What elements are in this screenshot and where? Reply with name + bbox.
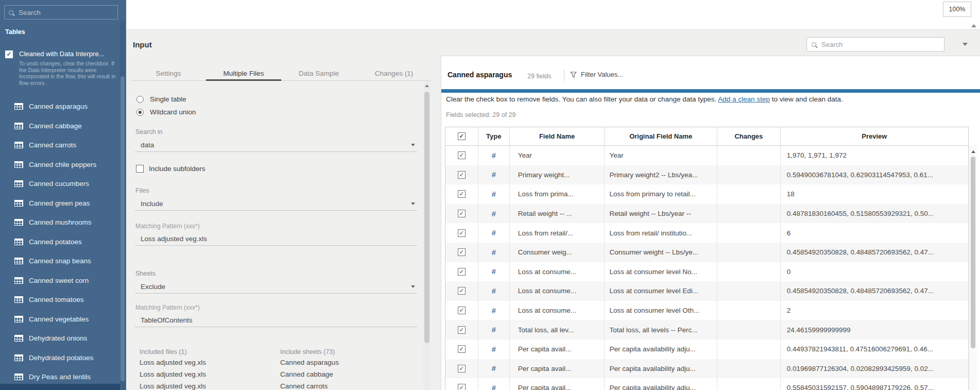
table-icon bbox=[14, 180, 23, 187]
panel-scrollbar-thumb[interactable] bbox=[424, 92, 429, 343]
row-preview-cell: 0.59490036781043, 0.62903114547953, 0.61… bbox=[781, 165, 968, 185]
field-row[interactable]: # Loss at consume... Loss at consumer le… bbox=[445, 301, 968, 320]
included-files-list: Loss adjusted veg.xlsLoss adjusted veg.x… bbox=[140, 357, 206, 390]
table-scrollbar-up-arrow-icon[interactable] bbox=[971, 150, 975, 153]
row-field-name-cell: Per capita avail... bbox=[510, 378, 605, 390]
table-list-item[interactable]: Canned mushrooms bbox=[0, 213, 120, 232]
row-preview-cell: 6 bbox=[781, 223, 968, 243]
row-checkbox[interactable] bbox=[458, 307, 466, 314]
field-row[interactable]: # Consumer weig... Consumer weight -- Lb… bbox=[445, 243, 968, 262]
search-in-dropdown[interactable]: data bbox=[135, 138, 417, 152]
table-icon bbox=[14, 277, 23, 284]
files-pattern-input[interactable]: Loss adjusted veg.xls bbox=[135, 232, 417, 246]
table-list-item[interactable]: Dehydrated onions bbox=[0, 329, 120, 348]
field-row[interactable]: # Loss from retail/... Loss from retail/… bbox=[445, 223, 968, 243]
chevron-down-icon bbox=[411, 144, 415, 146]
sheets-pattern-input[interactable]: TableOfContents bbox=[135, 313, 417, 327]
files-value: Include bbox=[141, 200, 163, 208]
funnel-icon bbox=[570, 72, 577, 78]
sidebar-search-input[interactable] bbox=[18, 8, 113, 17]
table-list-item[interactable]: Canned chile peppers bbox=[0, 155, 120, 175]
row-checkbox[interactable] bbox=[458, 326, 466, 334]
table-list-item[interactable]: Canned asparagus bbox=[0, 97, 120, 116]
collapse-pane-icon[interactable] bbox=[962, 43, 968, 46]
field-row[interactable]: # Per capita avail... Per capita availab… bbox=[445, 359, 968, 379]
sidebar-bottom-strip bbox=[0, 384, 120, 390]
row-type-cell: # bbox=[478, 243, 510, 262]
union-option[interactable]: Wildcard union bbox=[136, 106, 196, 118]
field-row[interactable]: # Per capita avail... Per capita availab… bbox=[445, 378, 968, 390]
table-list-item[interactable]: Canned sweet corn bbox=[0, 271, 120, 291]
row-checkbox[interactable] bbox=[458, 229, 466, 237]
row-preview-cell: 0.48781830160455, 0.51580553929321, 0.50… bbox=[781, 204, 968, 224]
table-list-item[interactable]: Dehydrated potatoes bbox=[0, 348, 120, 368]
field-row[interactable]: # Loss at consume... Loss at consumer le… bbox=[445, 281, 968, 301]
row-field-name-cell: Primary weight... bbox=[510, 165, 605, 185]
table-list-item[interactable]: Canned potatoes bbox=[0, 232, 120, 252]
pane-search-box[interactable] bbox=[806, 37, 944, 52]
files-dropdown[interactable]: Include bbox=[135, 197, 417, 211]
table-list-item[interactable]: Canned cucumbers bbox=[0, 174, 120, 194]
pane-search-input[interactable] bbox=[820, 40, 939, 49]
input-tab[interactable]: Multiple Files bbox=[206, 67, 281, 81]
table-list-item[interactable]: Canned carrots bbox=[0, 135, 120, 155]
sidebar-scrollbar-thumb[interactable] bbox=[121, 76, 125, 381]
scrollbar-up-arrow-icon[interactable] bbox=[425, 84, 429, 87]
row-checkbox[interactable] bbox=[458, 287, 466, 295]
field-row[interactable]: # Retail weight -- ... Retail weight -- … bbox=[445, 204, 968, 224]
table-list-item[interactable]: Canned cabbage bbox=[0, 116, 120, 136]
row-checkbox[interactable] bbox=[458, 365, 466, 372]
tab-label: Multiple Files bbox=[223, 70, 264, 77]
field-row[interactable]: # Per capita avail... Per capita availab… bbox=[445, 340, 968, 359]
progress-accent-bar bbox=[441, 89, 980, 93]
table-list-item[interactable]: Canned vegetables bbox=[0, 310, 120, 329]
row-type-cell: # bbox=[478, 165, 510, 185]
field-row[interactable]: # Loss from prima... Loss from primary t… bbox=[445, 184, 968, 204]
original-field-name-value: Consumer weight -- Lbs/ye... bbox=[609, 248, 698, 256]
row-checkbox[interactable] bbox=[458, 345, 466, 353]
row-changes-cell bbox=[717, 378, 781, 390]
row-checkbox[interactable] bbox=[458, 384, 466, 390]
data-interpreter-label[interactable]: Cleaned with Data Interpre... bbox=[19, 50, 119, 58]
data-interpreter-checkbox[interactable]: ✓ bbox=[5, 50, 13, 58]
zoom-level-value: 100% bbox=[949, 6, 966, 13]
table-icon bbox=[14, 354, 23, 361]
row-checkbox[interactable] bbox=[458, 190, 466, 198]
filter-values-button[interactable]: Filter Values... bbox=[570, 71, 623, 78]
table-scrollbar-thumb[interactable] bbox=[971, 157, 975, 348]
row-checkbox[interactable] bbox=[458, 151, 466, 159]
input-tab[interactable]: Changes (1) bbox=[356, 67, 432, 81]
row-checkbox[interactable] bbox=[458, 210, 466, 217]
scroll-up-icon[interactable] bbox=[971, 24, 976, 27]
row-checkbox[interactable] bbox=[458, 268, 466, 276]
include-subfolders-checkbox[interactable] bbox=[136, 165, 144, 173]
field-row[interactable]: # Loss at consume... Loss at consumer le… bbox=[445, 262, 968, 282]
add-clean-step-link[interactable]: Add a clean step bbox=[718, 95, 770, 103]
field-row[interactable]: # Year Year 1,970, 1,971, 1,972 bbox=[445, 146, 968, 165]
input-tab[interactable]: Data Sample bbox=[281, 67, 356, 81]
radio-icon[interactable] bbox=[136, 96, 144, 103]
field-row[interactable]: # Primary weight... Primary weight2 -- L… bbox=[445, 165, 968, 185]
field-row[interactable]: # Total loss, all lev... Total loss, all… bbox=[445, 320, 968, 340]
row-changes-cell bbox=[717, 165, 781, 185]
sidebar-search-box[interactable] bbox=[4, 5, 118, 20]
union-option[interactable]: Single table bbox=[136, 93, 196, 106]
row-original-name-cell: Per capita availability adju... bbox=[605, 340, 717, 359]
table-list-item-label: Canned sweet corn bbox=[29, 277, 89, 284]
input-tab[interactable]: Settings bbox=[131, 67, 206, 81]
table-list-item[interactable]: Canned tomatoes bbox=[0, 290, 120, 310]
select-all-checkbox[interactable] bbox=[458, 132, 466, 140]
radio-icon[interactable] bbox=[136, 109, 144, 116]
preview-value: 0 bbox=[787, 268, 791, 276]
table-list-item-label: Canned snap beans bbox=[29, 257, 91, 265]
table-list-item[interactable]: Canned snap beans bbox=[0, 251, 120, 271]
zoom-level-control[interactable]: 100% bbox=[943, 2, 971, 17]
sheets-dropdown[interactable]: Exclude bbox=[135, 280, 417, 294]
table-list-item[interactable]: Canned green peas bbox=[0, 194, 120, 213]
row-checkbox[interactable] bbox=[458, 171, 466, 179]
preview-value: 0.48781830160455, 0.51580553929321, 0.50… bbox=[787, 210, 934, 217]
number-type-icon: # bbox=[492, 345, 496, 353]
row-changes-cell bbox=[717, 320, 781, 340]
row-checkbox[interactable] bbox=[458, 248, 466, 256]
type-header-cell: Type bbox=[478, 127, 510, 145]
